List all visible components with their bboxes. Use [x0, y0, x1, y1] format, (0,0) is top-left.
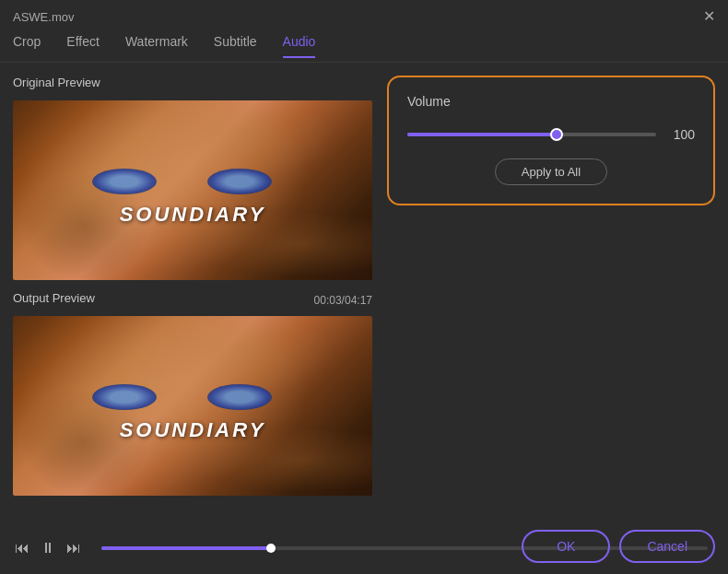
ok-button[interactable]: OK: [522, 530, 610, 563]
video-watermark-2: SOUNDIARY: [120, 418, 266, 442]
volume-slider-thumb: [550, 128, 563, 141]
left-panel: Original Preview SOUNDIARY Output Previe…: [13, 76, 372, 522]
volume-slider-fill: [407, 133, 557, 136]
original-preview: SOUNDIARY: [13, 100, 372, 280]
volume-value: 100: [667, 127, 695, 142]
face-overlay: [13, 100, 372, 280]
eye-left-2: [92, 384, 157, 410]
eye-right: [207, 169, 272, 194]
next-button[interactable]: ⏭: [65, 538, 83, 558]
pause-button[interactable]: ⏸: [39, 538, 57, 558]
output-preview: SOUNDIARY: [13, 316, 372, 496]
transport-controls: ⏮ ⏸ ⏭: [13, 538, 83, 558]
right-panel: Volume 100 Apply to All: [387, 76, 715, 522]
tab-audio[interactable]: Audio: [283, 34, 316, 58]
output-preview-header: Output Preview 00:03/04:17: [13, 291, 372, 309]
cancel-button[interactable]: Cancel: [619, 530, 715, 563]
timestamp: 00:03/04:17: [314, 294, 372, 307]
eye-right-2: [207, 384, 272, 410]
tab-effect[interactable]: Effect: [66, 34, 100, 58]
eye-left: [92, 169, 157, 194]
tab-subtitle[interactable]: Subtitle: [214, 34, 257, 58]
output-preview-label: Output Preview: [13, 291, 95, 305]
bottom-bar: ⏮ ⏸ ⏭ OK Cancel: [0, 522, 728, 574]
face-overlay-2: [13, 316, 372, 496]
prev-button[interactable]: ⏮: [13, 538, 31, 558]
tab-watermark[interactable]: Watermark: [125, 34, 188, 58]
apply-all-button[interactable]: Apply to All: [495, 158, 607, 185]
main-content: Original Preview SOUNDIARY Output Previe…: [0, 63, 728, 522]
video-watermark: SOUNDIARY: [120, 203, 266, 227]
timeline-thumb: [266, 544, 276, 553]
volume-row: 100: [407, 127, 695, 142]
volume-label: Volume: [407, 94, 695, 109]
timeline-fill: [101, 546, 271, 550]
original-preview-label: Original Preview: [13, 76, 372, 89]
title-bar: ASWE.mov ✕: [0, 0, 728, 29]
tab-crop[interactable]: Crop: [13, 34, 41, 58]
audio-card: Volume 100 Apply to All: [387, 76, 715, 205]
action-buttons: OK Cancel: [522, 530, 715, 563]
volume-slider[interactable]: [407, 133, 656, 136]
tabs-bar: Crop Effect Watermark Subtitle Audio: [0, 29, 728, 63]
close-button[interactable]: ✕: [703, 9, 715, 24]
filename-label: ASWE.mov: [13, 10, 74, 24]
